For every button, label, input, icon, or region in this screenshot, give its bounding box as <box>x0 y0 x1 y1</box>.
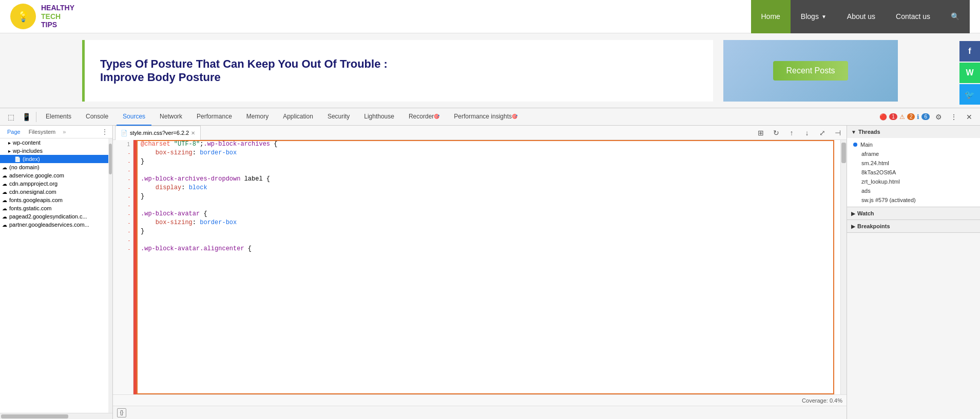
code-line-10: box-sizing: border-box <box>141 218 840 227</box>
code-line-7: } <box>141 192 840 201</box>
thread-8ktas[interactable]: 8kTas2OSt6A <box>851 168 976 177</box>
tab-security[interactable]: Security <box>321 108 356 126</box>
move-up-icon[interactable]: ↑ <box>785 126 798 139</box>
tab-lighthouse[interactable]: Lighthouse <box>358 108 400 126</box>
file-tree-scroll-thumb <box>109 144 112 174</box>
close-tab-button[interactable]: ✕ <box>191 130 195 136</box>
nav-bar: Home Blogs ▼ About us Contact us 🔍 <box>751 0 970 33</box>
twitter-button[interactable]: 🐦 <box>959 84 980 105</box>
devtools-main: Page Filesystem » ⋮ ▸ wp-content ▸ wp-in… <box>0 126 980 419</box>
device-toggle-button[interactable]: 📱 <box>20 110 33 124</box>
side-panel-icon[interactable]: ⊣ <box>831 126 844 139</box>
code-icons: ⊞ ↻ ↑ ↓ ⤢ ⊣ <box>754 126 844 139</box>
tab-sources[interactable]: Sources <box>117 108 151 126</box>
more-options-button[interactable]: ⋮ <box>947 110 960 124</box>
tree-item-fonts-googleapis[interactable]: ☁ fonts.googleapis.com <box>0 196 108 204</box>
inspect-element-button[interactable]: ⬚ <box>4 110 17 124</box>
file-tree-options[interactable]: ⋮ <box>101 128 108 136</box>
tab-performance[interactable]: Performance <box>190 108 238 126</box>
tree-item-adservice[interactable]: ☁ adservice.google.com <box>0 171 108 179</box>
warning-count: ⚠2 <box>899 113 915 121</box>
more-sources-button[interactable]: » <box>63 129 66 135</box>
devtools: ⬚ 📱 Elements Console Sources Network Per… <box>0 108 980 419</box>
right-panel-inner: ▼ Threads Main aframe <box>847 126 980 419</box>
page-tab[interactable]: Page <box>4 128 24 136</box>
v-scroll-thumb <box>841 143 846 163</box>
nav-search[interactable]: 🔍 <box>940 0 970 33</box>
thread-ads[interactable]: ads <box>851 186 976 195</box>
thread-dot <box>853 143 857 147</box>
watch-section: ▶ Watch <box>847 207 980 220</box>
code-line-3: } <box>141 157 840 166</box>
tree-item-cdn-amp[interactable]: ☁ cdn.ampproject.org <box>0 179 108 188</box>
thread-zrt[interactable]: zrt_lookup.html <box>851 177 976 186</box>
split-editor-button[interactable]: ⊞ <box>754 126 767 139</box>
tree-item-no-domain[interactable]: ☁ (no domain) <box>0 163 108 171</box>
right-panel: ▼ Threads Main aframe <box>847 126 980 419</box>
error-count: 🔴1 <box>879 113 897 121</box>
thread-aframe[interactable]: aframe <box>851 149 976 158</box>
social-sidebar: f W 🐦 <box>959 41 980 105</box>
tree-item-wp-includes[interactable]: ▸ wp-includes <box>0 147 108 155</box>
tab-performance-insights[interactable]: Performance insights 🎯 <box>448 108 524 126</box>
tree-item-partner[interactable]: ☁ partner.googleadservices.com... <box>0 221 108 229</box>
breakpoints-section: ▶ Breakpoints <box>847 220 980 233</box>
code-line-6: display: block <box>141 184 840 192</box>
code-line-11: } <box>141 227 840 236</box>
rotate-icon[interactable]: ↻ <box>770 126 783 139</box>
code-content-area: @charset "UTF-8";.wp-block-archives { bo… <box>133 140 847 394</box>
nav-contact[interactable]: Contact us <box>886 0 940 33</box>
vertical-scrollbar[interactable] <box>840 140 847 394</box>
tree-item-cdn-onesignal[interactable]: ☁ cdn.onesignal.com <box>0 188 108 196</box>
whatsapp-button[interactable]: W <box>959 63 980 83</box>
website-content: Types Of Posture That Can Keep You Out O… <box>0 33 980 108</box>
file-tree-scrollbar[interactable] <box>108 138 112 413</box>
logo-text: HEALTHYTECHTIPS <box>41 4 74 29</box>
tab-console[interactable]: Console <box>80 108 114 126</box>
breakpoints-header[interactable]: ▶ Breakpoints <box>847 220 980 232</box>
watch-header[interactable]: ▶ Watch <box>847 207 980 220</box>
watch-arrow: ▶ <box>851 211 855 216</box>
logo-area: 💡 HEALTHYTECHTIPS <box>10 4 74 29</box>
right-panel-scroll: ▼ Threads Main aframe <box>847 126 980 419</box>
threads-body: Main aframe sm.24.html 8kTas2OSt6A <box>847 138 980 207</box>
article-title-box: Types Of Posture That Can Keep You Out O… <box>82 40 713 102</box>
code-line-2: box-sizing: border-box <box>141 149 840 157</box>
tab-elements[interactable]: Elements <box>40 108 78 126</box>
facebook-button[interactable]: f <box>959 41 980 62</box>
code-content[interactable]: @charset "UTF-8";.wp-block-archives { bo… <box>137 140 840 394</box>
code-file-tab[interactable]: 📄 style.min.css?ver=6.2.2 ✕ <box>115 126 201 140</box>
threads-arrow: ▼ <box>851 129 856 135</box>
tree-item-pagead2[interactable]: ☁ pagead2.googlesyndication.c... <box>0 212 108 221</box>
logo-icon: 💡 <box>10 4 36 29</box>
settings-button[interactable]: ⚙ <box>932 110 945 124</box>
thread-swjs[interactable]: sw.js #579 (activated) <box>851 195 976 205</box>
code-line-9: .wp-block-avatar { <box>141 210 840 218</box>
tree-item-wp-content[interactable]: ▸ wp-content <box>0 138 108 147</box>
article-title: Types Of Posture That Can Keep You Out O… <box>100 57 698 84</box>
tree-item-fonts-gstatic[interactable]: ☁ fonts.gstatic.com <box>0 204 108 212</box>
expand-icon[interactable]: ⤢ <box>816 126 829 139</box>
close-devtools-button[interactable]: ✕ <box>963 110 976 124</box>
threads-header[interactable]: ▼ Threads <box>847 126 980 138</box>
recent-posts-box: Recent Posts <box>723 40 898 102</box>
nav-home[interactable]: Home <box>751 0 791 33</box>
nav-about[interactable]: About us <box>837 0 886 33</box>
move-down-icon[interactable]: ↓ <box>800 126 814 139</box>
info-count: ℹ6 <box>917 113 930 121</box>
thread-main[interactable]: Main <box>851 140 976 149</box>
recent-posts-button[interactable]: Recent Posts <box>773 61 848 81</box>
format-code-button[interactable]: {} <box>117 408 126 417</box>
tab-recorder[interactable]: Recorder 🎯 <box>402 108 446 126</box>
thread-sm24[interactable]: sm.24.html <box>851 158 976 168</box>
code-line-8 <box>141 201 840 210</box>
tree-item-index[interactable]: 📄 (index) <box>0 155 108 163</box>
tab-network[interactable]: Network <box>153 108 188 126</box>
code-tabs: 📄 style.min.css?ver=6.2.2 ✕ ⊞ ↻ ↑ ↓ ⤢ ⊣ <box>113 126 847 140</box>
horizontal-scrollbar[interactable] <box>0 413 112 419</box>
tab-memory[interactable]: Memory <box>240 108 275 126</box>
tab-application[interactable]: Application <box>277 108 319 126</box>
nav-blogs[interactable]: Blogs ▼ <box>791 0 837 33</box>
filesystem-tab[interactable]: Filesystem <box>26 128 59 136</box>
file-tree-panel: Page Filesystem » ⋮ ▸ wp-content ▸ wp-in… <box>0 126 113 419</box>
